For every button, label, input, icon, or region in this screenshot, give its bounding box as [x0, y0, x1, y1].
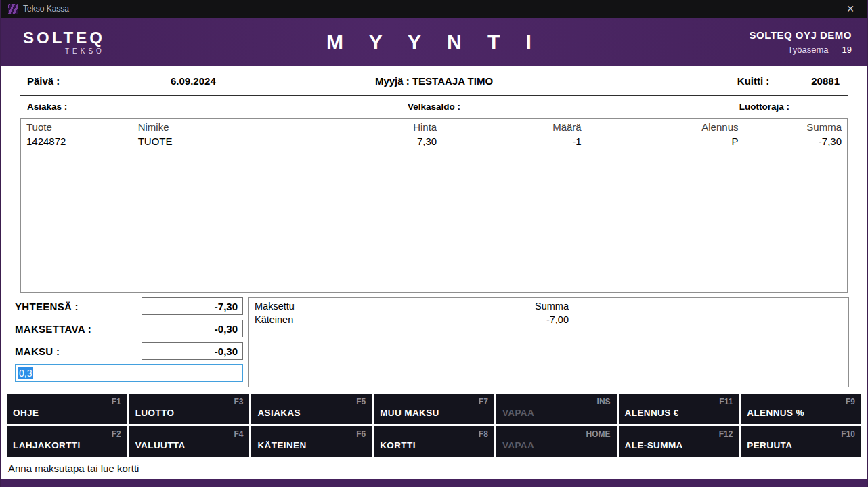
status-bar: Anna maksutapa tai lue kortti [1, 457, 867, 479]
button-kortti[interactable]: KORTTI F8 [374, 426, 494, 457]
button-vapaa-home: VAPAA HOME [496, 426, 617, 457]
logo-main-text: SOLTEQ [23, 30, 105, 46]
payment-input-selected-text: 0,3 [18, 367, 33, 379]
col-header-hinta: Hinta [277, 119, 442, 134]
payment-amount-input[interactable]: 0,3 [15, 364, 243, 382]
fkey-label: F4 [234, 429, 243, 439]
payment-method: Käteinen [249, 313, 506, 326]
totals-and-payments: YHTEENSÄ : -7,30 MAKSETTAVA : -0,30 MAKS… [15, 297, 849, 387]
date-group: Päivä : 6.09.2024 [20, 75, 296, 87]
col-header-alennus: Alennus [587, 119, 744, 134]
close-icon[interactable]: ✕ [841, 3, 860, 14]
total-label: YHTEENSÄ : [15, 301, 79, 312]
status-message: Anna maksutapa tai lue kortti [8, 463, 139, 474]
credit-label: Luottoraja : [572, 102, 848, 112]
table-header-row: Tuote Nimike Hinta Määrä Alennus Summa [21, 119, 847, 134]
col-header-tuote: Tuote [21, 119, 133, 134]
workstation-label: Työasema [788, 45, 829, 55]
cell-tuote: 1424872 [21, 134, 133, 148]
cell-nimike: TUOTE [133, 134, 278, 148]
button-lahjakortti[interactable]: LAHJAKORTTI F2 [7, 426, 127, 457]
table-row[interactable]: 1424872 TUOTE 7,30 -1 P -7,30 [21, 134, 847, 148]
payment-amount: -7,00 [506, 313, 574, 326]
fkey-label: F3 [234, 397, 243, 406]
seller-value: Myyjä : TESTAAJA TIMO [296, 75, 571, 87]
col-header-summa: Summa [743, 119, 847, 134]
button-alennus-prosentti[interactable]: ALENNUS % F9 [741, 394, 861, 424]
fkey-label: F11 [719, 397, 733, 406]
receipt-group: Kuitti : 20881 [572, 75, 848, 87]
debt-label: Velkasaldo : [296, 102, 571, 112]
payment-row: MAKSU : -0,30 [15, 342, 243, 360]
payment-line: Käteinen -7,00 [249, 313, 848, 326]
button-asiakas[interactable]: ASIAKAS F5 [251, 394, 372, 424]
workstation-number: 19 [842, 45, 852, 55]
payments-panel: Maksettu Summa Käteinen -7,00 [248, 297, 849, 387]
window-title: Tekso Kassa [23, 4, 69, 14]
page-title: M Y Y N T I [326, 30, 542, 54]
app-icon [8, 4, 18, 14]
col-header-nimike: Nimike [133, 119, 278, 134]
button-row-1: OHJE F1 LUOTTO F3 ASIAKAS F5 MUU MAKSU F… [7, 394, 861, 424]
cell-summa: -7,30 [743, 134, 847, 148]
fkey-label: F2 [112, 429, 121, 439]
fkey-label: F10 [841, 429, 855, 439]
cell-hinta: 7,30 [277, 134, 442, 148]
button-row-2: LAHJAKORTTI F2 VALUUTTA F4 KÄTEINEN F6 K… [7, 426, 861, 457]
payable-row: MAKSETTAVA : -0,30 [15, 320, 243, 337]
info-row-secondary: Asiakas : Velkasaldo : Luottoraja : [20, 96, 848, 118]
date-value: 6.09.2024 [171, 75, 216, 87]
workstation-info: Työasema19 [750, 45, 852, 55]
app-header: SOLTEQ TEKSO M Y Y N T I SOLTEQ OYJ DEMO… [1, 18, 867, 66]
button-luotto[interactable]: LUOTTO F3 [129, 394, 250, 424]
button-vapaa-ins: VAPAA INS [496, 394, 617, 424]
sum-header: Summa [506, 299, 574, 313]
header-right: SOLTEQ OYJ DEMO Työasema19 [750, 29, 852, 55]
col-header-maara: Määrä [442, 119, 587, 134]
receipt-label: Kuitti : [737, 75, 769, 87]
info-row-primary: Päivä : 6.09.2024 Myyjä : TESTAAJA TIMO … [20, 66, 848, 96]
button-muu-maksu[interactable]: MUU MAKSU F7 [374, 394, 494, 424]
total-row: YHTEENSÄ : -7,30 [15, 297, 243, 315]
button-valuutta[interactable]: VALUUTTA F4 [129, 426, 250, 457]
logo-sub-text: TEKSO [23, 48, 105, 55]
fkey-label: INS [597, 397, 611, 406]
sale-table: Tuote Nimike Hinta Määrä Alennus Summa 1… [20, 118, 848, 293]
button-alennus-euro[interactable]: ALENNUS € F11 [619, 394, 739, 424]
function-button-area: OHJE F1 LUOTTO F3 ASIAKAS F5 MUU MAKSU F… [7, 394, 861, 457]
customer-label: Asiakas : [20, 102, 296, 112]
app-window: Tekso Kassa ✕ SOLTEQ TEKSO M Y Y N T I S… [0, 0, 868, 487]
fkey-label: F6 [356, 429, 366, 439]
fkey-label: F7 [479, 397, 488, 406]
fkey-label: HOME [586, 429, 611, 439]
payable-field: -0,30 [142, 320, 243, 337]
payment-label: MAKSU : [15, 345, 60, 357]
fkey-label: F9 [846, 397, 855, 406]
fkey-label: F1 [112, 397, 121, 406]
payment-field: -0,30 [142, 342, 243, 360]
paid-header: Maksettu [249, 299, 506, 313]
receipt-number: 20881 [811, 75, 840, 87]
solteq-logo: SOLTEQ TEKSO [23, 30, 105, 55]
cell-alennus: P [587, 134, 744, 148]
fkey-label: F12 [719, 429, 733, 439]
button-peruuta[interactable]: PERUUTA F10 [741, 426, 861, 457]
cell-maara: -1 [442, 134, 587, 148]
bottom-accent-strip [1, 479, 867, 487]
title-bar: Tekso Kassa ✕ [1, 0, 867, 18]
date-label: Päivä : [20, 75, 171, 87]
button-ale-summa[interactable]: ALE-SUMMA F12 [619, 426, 739, 457]
button-kateinen[interactable]: KÄTEINEN F6 [251, 426, 372, 457]
fkey-label: F5 [356, 397, 366, 406]
total-field: -7,30 [142, 297, 243, 315]
button-ohje[interactable]: OHJE F1 [7, 394, 127, 424]
payable-label: MAKSETTAVA : [15, 323, 91, 335]
company-name: SOLTEQ OYJ DEMO [750, 29, 852, 41]
totals-panel: YHTEENSÄ : -7,30 MAKSETTAVA : -0,30 MAKS… [15, 297, 243, 387]
fkey-label: F8 [479, 429, 488, 439]
payments-header-row: Maksettu Summa [249, 299, 848, 313]
